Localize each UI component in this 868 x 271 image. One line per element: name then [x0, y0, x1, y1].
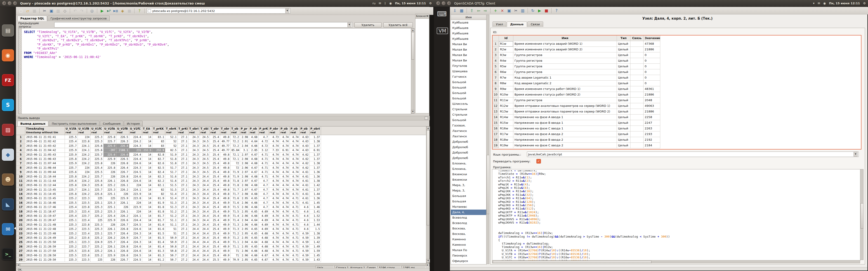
row-number[interactable]: 17	[16, 205, 25, 209]
cell[interactable]: 226.5	[116, 157, 129, 161]
cell[interactable]: 7.33	[269, 148, 280, 153]
cell-timestamp[interactable]: 2015-06-11 21:29:50	[25, 258, 65, 262]
cell[interactable]: 225.9	[116, 196, 129, 201]
cell[interactable]: 224.4	[129, 153, 142, 157]
cell[interactable]: 225.9	[65, 153, 78, 157]
refresh-button[interactable]: ↻	[530, 8, 536, 13]
cell[interactable]: 225.2	[91, 236, 103, 240]
cell[interactable]: 14	[142, 210, 152, 214]
tree-item[interactable]: Даля, 4,	[451, 210, 487, 215]
cell[interactable]: 4.6	[300, 210, 310, 214]
io-row[interactable]: 5R5wГруппа регистровЦелый0	[493, 64, 861, 69]
cell[interactable]: 4.64	[249, 218, 258, 223]
io-type[interactable]: Целый	[617, 92, 630, 98]
terminal-launcher-icon[interactable]: >_	[2, 248, 14, 260]
io-id[interactable]: R6w	[499, 69, 513, 75]
io-link[interactable]	[630, 64, 644, 69]
cell[interactable]: 224.5	[129, 253, 142, 258]
cell[interactable]: 226.4	[116, 166, 129, 170]
cell[interactable]: 24.4	[188, 245, 200, 249]
cell[interactable]: 49.8	[220, 166, 230, 170]
table-row[interactable]: 72015-06-11 21:07:44225.9224.2225.822622…	[16, 161, 426, 166]
cell[interactable]: 4.62	[300, 166, 310, 170]
cell[interactable]: 4.74	[269, 161, 280, 166]
cell[interactable]: 225.9	[65, 161, 78, 166]
cell[interactable]: 225.9	[103, 218, 116, 223]
cell[interactable]: 4.66	[249, 201, 258, 205]
tree-item[interactable]: Шлиссель	[451, 101, 487, 107]
io-row-number[interactable]: 19	[493, 143, 499, 148]
cell[interactable]: 223.8	[129, 196, 142, 201]
cell[interactable]: 4.71	[258, 175, 269, 179]
execute-pgscript-button[interactable]: ▶P	[106, 8, 112, 14]
tree-item[interactable]: Куйбышев	[451, 36, 487, 41]
minimize-button-icon[interactable]: −	[8, 1, 11, 5]
cell-timestamp[interactable]: 2015-06-11 21:09:44	[25, 170, 65, 174]
cell[interactable]: 225.2	[65, 196, 78, 201]
cell[interactable]: 4.74	[269, 223, 280, 227]
maximize-button-icon[interactable]: +	[13, 1, 17, 5]
cell[interactable]: 81.4	[152, 240, 165, 244]
cell[interactable]: 225.8	[65, 183, 78, 188]
cell[interactable]: 4.61	[300, 188, 310, 192]
cell[interactable]: 225.5	[65, 249, 78, 253]
cell[interactable]: 24.4	[188, 258, 200, 262]
cell[interactable]: 225.2	[91, 253, 103, 258]
cell[interactable]: 4.59	[300, 253, 310, 258]
cell[interactable]: 223.5	[78, 201, 91, 205]
cell[interactable]: 24.3	[188, 170, 200, 174]
io-name[interactable]: Время отправки аналоговых параметров на …	[513, 103, 617, 109]
cell[interactable]: 2.91	[240, 139, 249, 144]
cell[interactable]: 25.4	[210, 201, 220, 205]
io-row-number[interactable]: 10	[493, 92, 499, 98]
cell[interactable]: 27.1	[178, 153, 188, 157]
cell[interactable]: 226.6	[116, 153, 129, 157]
monkey-app-launcher-icon[interactable]: ☻	[2, 173, 14, 185]
cell[interactable]: 4.69	[258, 223, 269, 227]
cell[interactable]: 225.3	[91, 139, 103, 144]
cell[interactable]: 4.74	[269, 245, 280, 249]
cell[interactable]: 81.9	[152, 196, 165, 201]
table-row[interactable]: 52015-06-11 21:05:43225.9224.2225.7225.6…	[16, 153, 426, 157]
cell[interactable]: -207	[103, 148, 116, 153]
cell[interactable]: 25.4	[210, 188, 220, 192]
column-header[interactable]: U_V1fAreal	[65, 127, 78, 135]
file-manager-launcher-icon[interactable]: ▤	[2, 24, 14, 37]
cell[interactable]: 24.5	[200, 139, 210, 144]
cell[interactable]: 225.2	[65, 227, 78, 231]
cell-timestamp[interactable]: 2015-06-11 21:25:50	[25, 240, 65, 244]
cell[interactable]: 226.6	[116, 253, 129, 258]
cell[interactable]: 4.71	[290, 240, 300, 244]
cell[interactable]: 4.74	[280, 183, 290, 188]
io-id[interactable]: R9w	[499, 86, 513, 92]
cell[interactable]: 24.3	[188, 205, 200, 209]
cell[interactable]: 24.3	[188, 166, 200, 170]
cell[interactable]: 49.9	[220, 205, 230, 209]
cell[interactable]: 223.8	[78, 223, 91, 227]
cell-timestamp[interactable]: 2015-06-11 21:24:49	[25, 236, 65, 240]
cell[interactable]: 27.1	[178, 218, 188, 223]
cell[interactable]: 2.94	[240, 144, 249, 148]
io-id[interactable]: R5w	[499, 64, 513, 69]
cell[interactable]: 4.74	[280, 205, 290, 209]
cell[interactable]: 224.9	[91, 240, 103, 244]
cell[interactable]: 24.4	[200, 201, 210, 205]
io-type[interactable]: Целый	[617, 86, 630, 92]
cell[interactable]: 4.66	[249, 144, 258, 148]
add-item-button[interactable]: +	[493, 8, 498, 13]
io-id[interactable]: R14w	[499, 114, 513, 120]
cell[interactable]: 25.4	[210, 161, 220, 166]
cell[interactable]: 3.1	[240, 148, 249, 153]
cell[interactable]: 27.1	[178, 166, 188, 170]
cell[interactable]: 224.6	[129, 245, 142, 249]
tree-item[interactable]: Плуталов	[451, 63, 487, 69]
cell[interactable]: 25.4	[210, 192, 220, 196]
cell[interactable]: 4.68	[258, 232, 269, 236]
io-row-number[interactable]: 1	[493, 41, 499, 47]
cell[interactable]: 24.3	[188, 139, 200, 144]
io-row[interactable]: 10R10wВремя изменения статуса работ (WOR…	[493, 92, 861, 98]
cell[interactable]: 51.2	[165, 214, 178, 218]
cell[interactable]: 223.6	[78, 249, 91, 253]
cell[interactable]: 4.71	[290, 223, 300, 227]
column-header[interactable]: T_obrIreal	[188, 127, 200, 135]
